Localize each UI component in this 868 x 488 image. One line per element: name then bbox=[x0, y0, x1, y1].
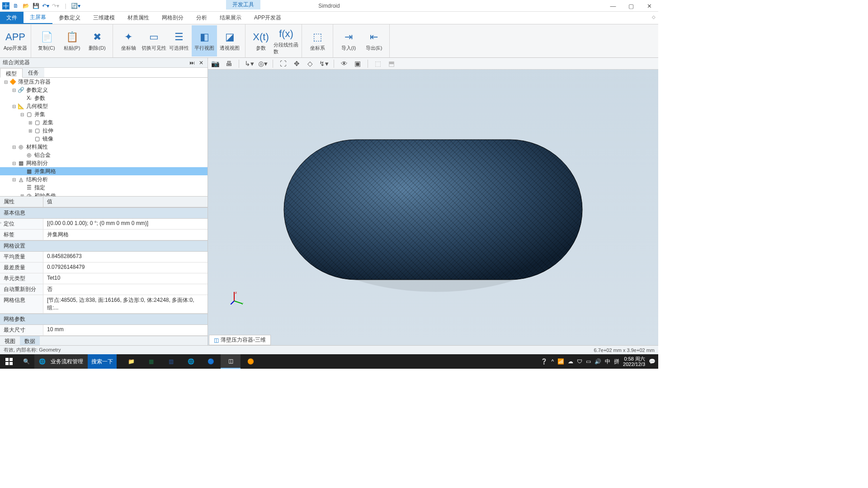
viewport-3d[interactable]: 📷 🖶 ↳▾ ◎▾ ⛶ ✥ ◇ ↯▾ 👁 ▣ ⬚ ⬒ bbox=[208, 58, 658, 345]
section-icon[interactable]: ⬒ bbox=[387, 59, 396, 68]
ribbon-button[interactable]: f(x)分段线性函数 bbox=[274, 25, 299, 56]
app-excel[interactable]: ▦ bbox=[141, 354, 161, 369]
ribbon-collapse-icon[interactable]: ◇ bbox=[652, 14, 656, 19]
measure-icon[interactable]: ⬚ bbox=[373, 59, 382, 68]
viewport-doc-tab[interactable]: ◫ 薄壁压力容器-三维 bbox=[209, 335, 271, 345]
ribbon-button[interactable]: ✦坐标轴 bbox=[116, 25, 141, 56]
ribbon-button[interactable]: 📋粘贴(P) bbox=[59, 25, 85, 56]
props-row[interactable]: 标签并集网格 bbox=[0, 230, 208, 240]
ime-mode[interactable]: 拼 bbox=[614, 358, 619, 366]
tree-node[interactable]: ⊞▢差集 bbox=[0, 118, 208, 127]
ribbon-button[interactable]: APPApp开发器 bbox=[3, 25, 28, 56]
wifi-icon[interactable]: 📶 bbox=[557, 358, 564, 365]
ime-lang[interactable]: 中 bbox=[605, 358, 610, 366]
tree-toggle-icon[interactable]: ⊟ bbox=[11, 104, 17, 109]
ribbon-button[interactable]: ▭切换可见性 bbox=[141, 25, 166, 56]
tree-toggle-icon[interactable]: ⊞ bbox=[19, 193, 25, 197]
app-explorer[interactable]: 📁 bbox=[121, 354, 141, 369]
tree-toggle-icon[interactable]: ⊟ bbox=[3, 80, 9, 84]
onedrive-icon[interactable]: ☁ bbox=[568, 358, 573, 365]
help-icon[interactable]: ❔ bbox=[541, 358, 547, 365]
tree-toggle-icon[interactable]: ⊟ bbox=[11, 177, 17, 182]
props-value[interactable]: [节点:48505, 边:838, 面:16166, 多边形:0, 体:2424… bbox=[43, 295, 208, 313]
menu-item[interactable]: 网格剖分 bbox=[156, 12, 190, 24]
tree-node[interactable]: ⊞▢拉伸 bbox=[0, 127, 208, 135]
browser-tab[interactable]: 任务 bbox=[23, 68, 44, 77]
browser-tab[interactable]: 模型 bbox=[0, 68, 23, 78]
redo-icon[interactable]: ↷▾ bbox=[52, 2, 60, 10]
props-row[interactable]: 最差质量0.07926148479 bbox=[0, 263, 208, 273]
tree-node[interactable]: ⊞◷初始条件 bbox=[0, 192, 208, 196]
zoom-fit-icon[interactable]: ✥ bbox=[292, 59, 301, 68]
tree-node[interactable]: ☰指定 bbox=[0, 183, 208, 192]
security-icon[interactable]: 🛡 bbox=[577, 358, 582, 365]
props-bottom-tab[interactable]: 视图 bbox=[0, 336, 20, 345]
menu-item[interactable]: 结果展示 bbox=[213, 12, 248, 24]
context-tab[interactable]: 开发工具 bbox=[226, 0, 260, 9]
select-mode-icon[interactable]: ▣ bbox=[353, 59, 362, 68]
browser-close-icon[interactable]: ✕ bbox=[198, 60, 205, 66]
close-button[interactable]: ✕ bbox=[640, 0, 658, 12]
props-value[interactable]: Tet10 bbox=[43, 273, 208, 284]
tree-node[interactable]: ⊟▦网格剖分 bbox=[0, 159, 208, 167]
tree-toggle-icon[interactable]: ⊟ bbox=[11, 145, 17, 150]
app-other[interactable]: 🟠 bbox=[241, 354, 260, 369]
refresh-icon[interactable]: 🔄▾ bbox=[71, 2, 80, 10]
props-row[interactable]: 最大尺寸10 mm bbox=[0, 325, 208, 336]
props-bottom-tab[interactable]: 数据 bbox=[20, 336, 40, 345]
ribbon-button[interactable]: ☰可选择性 bbox=[166, 25, 192, 56]
menu-item[interactable]: 分析 bbox=[190, 12, 213, 24]
visibility-icon[interactable]: 👁 bbox=[340, 59, 349, 68]
start-button[interactable] bbox=[0, 354, 18, 369]
props-value[interactable]: [(0.00 0.00 1.00); 0 °; (0 mm 0 mm 0 mm)… bbox=[43, 219, 208, 229]
tree-node[interactable]: ◎铝合金 bbox=[0, 151, 208, 159]
taskbar-clock[interactable]: 0:58 周六 2022/12/3 bbox=[623, 356, 645, 367]
tray-chevron-icon[interactable]: ^ bbox=[551, 358, 554, 365]
notifications-icon[interactable]: 💬 bbox=[649, 358, 656, 365]
taskbar-ie-group[interactable]: 🌐 业务流程管理 搜索一下 bbox=[34, 354, 117, 369]
model-tree[interactable]: ⊟🔶薄壁压力容器⊟🔗参数定义Xᵢ参数⊟📐几何模型⊟▢并集⊞▢差集⊞▢拉伸▢镜像⊟… bbox=[0, 78, 208, 196]
view-orient-icon[interactable]: ◎▾ bbox=[258, 59, 267, 68]
menu-item[interactable]: 三维建模 bbox=[87, 12, 121, 24]
camera-icon[interactable]: 📷 bbox=[211, 59, 220, 68]
app-edge[interactable]: 🌐 bbox=[181, 354, 201, 369]
ribbon-button[interactable]: ⇥导入(I) bbox=[336, 25, 361, 56]
menu-item[interactable]: 主屏幕 bbox=[24, 12, 52, 24]
tree-toggle-icon[interactable]: ⊟ bbox=[11, 161, 17, 166]
tree-node[interactable]: ⊟◎材料属性 bbox=[0, 143, 208, 151]
tree-toggle-icon[interactable]: ⊞ bbox=[27, 120, 33, 125]
app-simdroid[interactable]: ◫ bbox=[221, 354, 241, 369]
browser-forward-icon[interactable]: ⏭ bbox=[188, 60, 196, 66]
print-icon[interactable]: 🖶 bbox=[224, 59, 233, 68]
tree-toggle-icon[interactable]: ⊞ bbox=[27, 128, 33, 133]
props-row[interactable]: 定位›[(0.00 0.00 1.00); 0 °; (0 mm 0 mm 0 … bbox=[0, 219, 208, 230]
undo-icon[interactable]: ↶▾ bbox=[42, 2, 50, 10]
app-sim1[interactable]: 🔵 bbox=[201, 354, 221, 369]
zoom-window-icon[interactable]: ⛶ bbox=[278, 59, 288, 68]
menu-file[interactable]: 文件 bbox=[0, 12, 24, 24]
tree-node[interactable]: ⊟▢并集 bbox=[0, 110, 208, 118]
props-value[interactable]: 0.07926148479 bbox=[43, 263, 208, 273]
tree-node[interactable]: ⊟🔗参数定义 bbox=[0, 86, 208, 94]
tree-node[interactable]: Xᵢ参数 bbox=[0, 94, 208, 102]
search-icon[interactable]: 🔍 bbox=[18, 358, 34, 365]
ribbon-button[interactable]: X(t)参数 bbox=[248, 25, 274, 56]
volume-icon[interactable]: 🔊 bbox=[594, 358, 601, 365]
ribbon-button[interactable]: ◪透视视图 bbox=[217, 25, 242, 56]
tree-node[interactable]: ⊟◬结构分析 bbox=[0, 175, 208, 183]
menu-item[interactable]: 材质属性 bbox=[121, 12, 156, 24]
ribbon-button[interactable]: ⬚坐标系 bbox=[305, 25, 330, 56]
tree-toggle-icon[interactable]: ⊟ bbox=[19, 112, 25, 117]
tree-node[interactable]: ⊟📐几何模型 bbox=[0, 102, 208, 110]
minimize-button[interactable]: — bbox=[604, 0, 622, 12]
ribbon-button[interactable]: ⇤导出(E) bbox=[361, 25, 387, 56]
app-word[interactable]: ▥ bbox=[161, 354, 181, 369]
props-value[interactable]: 0.8458286673 bbox=[43, 252, 208, 262]
menu-item[interactable]: APP开发器 bbox=[248, 12, 288, 24]
battery-icon[interactable]: ▭ bbox=[586, 358, 591, 365]
props-value[interactable]: 并集网格 bbox=[43, 230, 208, 240]
ribbon-button[interactable]: 📄复制(C) bbox=[34, 25, 59, 56]
coord-icon[interactable]: ↯▾ bbox=[319, 59, 328, 68]
tree-toggle-icon[interactable]: ⊟ bbox=[11, 88, 17, 93]
props-row[interactable]: 平均质量0.8458286673 bbox=[0, 252, 208, 263]
